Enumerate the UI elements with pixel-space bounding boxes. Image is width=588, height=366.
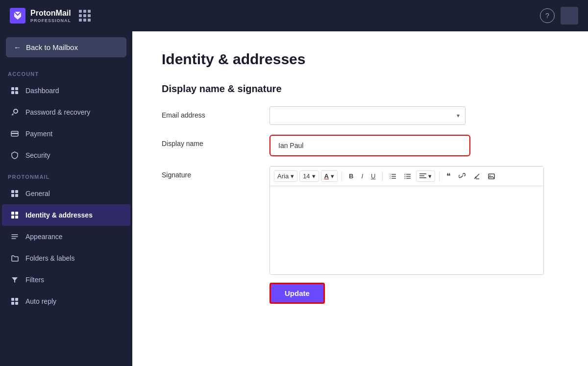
- display-name-input[interactable]: [272, 138, 467, 153]
- svg-point-34: [490, 175, 490, 176]
- folders-labels-label: Folders & labels: [25, 254, 74, 262]
- svg-text:3.: 3.: [390, 177, 391, 179]
- update-button[interactable]: Update: [270, 283, 325, 304]
- sidebar-item-security[interactable]: Security: [2, 145, 130, 166]
- update-btn-wrap: Update: [270, 283, 559, 304]
- svg-rect-10: [11, 212, 14, 215]
- sidebar-item-identity-addresses[interactable]: Identity & addresses: [2, 204, 130, 226]
- font-family-select[interactable]: Aria ▾: [274, 171, 297, 182]
- dashboard-icon: [10, 86, 20, 96]
- svg-rect-19: [392, 176, 396, 177]
- folders-icon: [10, 253, 20, 263]
- signature-control: Aria ▾ 14 ▾ A ▾ B I: [270, 166, 559, 304]
- svg-point-29: [405, 177, 406, 178]
- auto-reply-icon: [10, 296, 20, 306]
- quote-button[interactable]: ❝: [443, 170, 454, 183]
- svg-rect-14: [11, 298, 14, 301]
- separator-2: [382, 171, 383, 181]
- svg-rect-9: [15, 194, 18, 197]
- display-name-highlight: [270, 135, 470, 156]
- email-select[interactable]: [270, 106, 466, 125]
- security-label: Security: [25, 151, 50, 159]
- ordered-list-button[interactable]: 1.2.3.: [387, 171, 399, 182]
- clear-format-button[interactable]: [470, 171, 483, 182]
- font-family-label: Aria: [277, 172, 289, 180]
- logo-text: ProtonMail PROFESSIONAL: [30, 8, 71, 23]
- font-family-arrow: ▾: [291, 172, 294, 180]
- svg-rect-20: [392, 178, 396, 179]
- text-color-select[interactable]: A ▾: [321, 171, 338, 182]
- svg-rect-2: [11, 91, 14, 94]
- font-size-label: 14: [303, 172, 310, 180]
- help-button[interactable]: ?: [540, 8, 555, 23]
- sidebar-item-appearance[interactable]: Appearance: [2, 226, 130, 247]
- identity-addresses-label: Identity & addresses: [25, 211, 93, 219]
- sidebar-item-payment[interactable]: Payment: [2, 123, 130, 145]
- user-avatar[interactable]: [561, 7, 578, 24]
- grid-icon[interactable]: [79, 10, 91, 22]
- display-name-row: Display name: [162, 135, 559, 156]
- svg-rect-24: [406, 174, 411, 175]
- bold-button[interactable]: B: [346, 171, 356, 182]
- logo: ProtonMail PROFESSIONAL: [10, 8, 71, 24]
- svg-rect-32: [419, 177, 426, 178]
- payment-label: Payment: [25, 130, 52, 138]
- signature-editor: Aria ▾ 14 ▾ A ▾ B I: [270, 166, 544, 275]
- sidebar-item-dashboard[interactable]: Dashboard: [2, 80, 130, 101]
- text-color-arrow: ▾: [331, 172, 334, 180]
- general-label: General: [25, 190, 50, 197]
- logo-name: ProtonMail: [30, 8, 71, 18]
- svg-rect-7: [15, 190, 18, 193]
- font-size-arrow: ▾: [312, 172, 316, 180]
- svg-rect-30: [419, 173, 426, 174]
- signature-body[interactable]: [270, 186, 543, 274]
- content-area: Identity & addresses Display name & sign…: [132, 31, 588, 366]
- filters-label: Filters: [25, 276, 44, 284]
- svg-rect-1: [15, 87, 18, 90]
- underline-button[interactable]: U: [368, 171, 378, 182]
- sidebar-item-filters[interactable]: Filters: [2, 269, 130, 291]
- auto-reply-label: Auto reply: [25, 297, 56, 305]
- unordered-list-button[interactable]: [401, 171, 414, 182]
- topbar-right: ?: [540, 7, 578, 24]
- display-name-control: [270, 135, 559, 156]
- sidebar-item-auto-reply[interactable]: Auto reply: [2, 291, 130, 312]
- font-size-select[interactable]: 14 ▾: [299, 171, 318, 182]
- svg-rect-5: [11, 133, 18, 134]
- filters-icon: [10, 275, 20, 285]
- back-button-label: Back to Mailbox: [26, 43, 78, 51]
- shield-icon: [10, 150, 20, 160]
- identity-icon: [10, 210, 20, 220]
- svg-rect-13: [15, 216, 18, 219]
- align-select[interactable]: ▾: [416, 171, 435, 182]
- page-title: Identity & addresses: [162, 51, 559, 68]
- sidebar: ← Back to Mailbox ACCOUNT Dashboard Pass…: [0, 31, 132, 366]
- svg-rect-18: [392, 174, 396, 175]
- svg-rect-25: [406, 176, 411, 177]
- svg-rect-3: [15, 91, 18, 94]
- display-name-label: Display name: [162, 135, 260, 147]
- appearance-label: Appearance: [25, 233, 63, 241]
- appearance-icon: [10, 232, 20, 242]
- email-select-wrapper: ▾: [270, 106, 466, 125]
- italic-button[interactable]: I: [358, 171, 366, 182]
- sidebar-item-password-recovery[interactable]: Password & recovery: [2, 101, 130, 123]
- separator-3: [439, 171, 440, 181]
- align-arrow: ▾: [428, 172, 432, 180]
- logo-sub: PROFESSIONAL: [30, 18, 71, 23]
- back-arrow-icon: ←: [14, 43, 21, 51]
- section-title: Display name & signature: [162, 83, 559, 95]
- separator-1: [342, 171, 342, 181]
- back-to-mailbox-button[interactable]: ← Back to Mailbox: [6, 37, 126, 57]
- link-button[interactable]: [456, 171, 468, 182]
- svg-rect-6: [11, 190, 14, 193]
- key-icon: [10, 107, 20, 117]
- email-label: Email address: [162, 106, 260, 119]
- sidebar-item-general[interactable]: General: [2, 183, 130, 204]
- protonmail-section-label: PROTONMAIL: [0, 166, 132, 183]
- sidebar-item-folders-labels[interactable]: Folders & labels: [2, 247, 130, 269]
- svg-point-27: [405, 173, 406, 174]
- topbar: ProtonMail PROFESSIONAL ?: [0, 0, 588, 31]
- insert-image-button[interactable]: [485, 171, 498, 182]
- svg-rect-31: [419, 175, 424, 176]
